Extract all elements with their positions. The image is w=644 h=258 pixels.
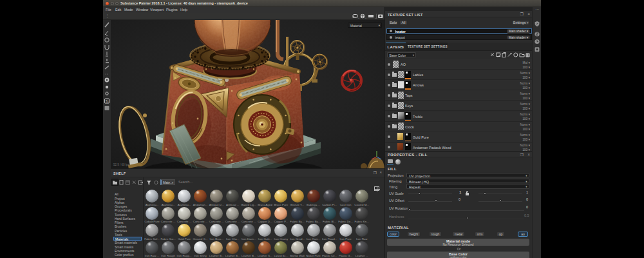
svg-text:Tx: Tx: [106, 100, 109, 103]
svg-text:⌄: ⌄: [375, 17, 377, 19]
svg-text:⌄: ⌄: [365, 17, 367, 19]
svg-text:52.9 / 60 fps: 52.9 / 60 fps: [113, 163, 130, 166]
svg-text:⌄: ⌄: [358, 17, 360, 19]
